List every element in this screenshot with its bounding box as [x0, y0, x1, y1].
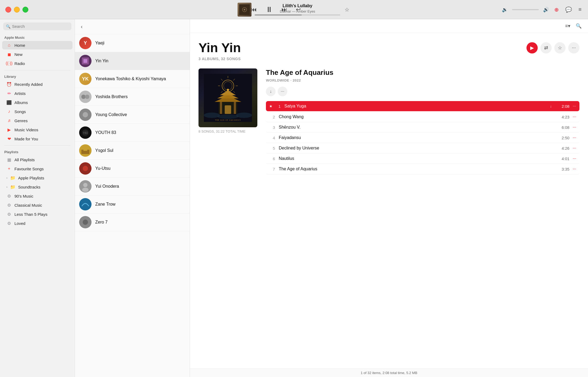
album-section: THE AGE OF AQUARIUS 8 SONGS, 31:22 TOTAL… [198, 68, 579, 174]
soundtracks-folder-icon: 📁 [10, 184, 16, 190]
sidebar-soundtracks-label: Soundtracks [18, 185, 40, 189]
artist-row-yoshida[interactable]: Yoshida Brothers [75, 88, 190, 106]
track-3-more-button[interactable]: ··· [573, 125, 576, 130]
minimize-button[interactable] [14, 7, 20, 13]
sidebar-radio-label: Radio [14, 61, 25, 66]
status-bar: 1 of 32 items, 2:08 total time, 5.2 MB [190, 368, 588, 377]
play-artist-button[interactable]: ▶ [526, 42, 538, 53]
artist-name-ysgol: Ysgol Sul [95, 148, 113, 153]
track-2-num: 2 [269, 115, 279, 119]
more-album-button[interactable]: ··· [278, 87, 287, 96]
artist-row-yui[interactable]: Yui Onodera [75, 178, 190, 195]
search-bar[interactable]: 🔍 [3, 22, 71, 30]
lyrics-button[interactable]: 💬 [564, 5, 573, 14]
sidebar-item-apple-playlists[interactable]: › 📁 Apple Playlists [2, 174, 72, 182]
artist-row-yonekawa[interactable]: YK Yonekawa Toshiko & Kiyoshi Yamaya [75, 70, 190, 88]
sidebar-item-favourite-songs[interactable]: + Favourite Songs [2, 164, 72, 173]
artist-row-young[interactable]: Young Collective [75, 106, 190, 124]
back-button[interactable]: ‹ [79, 23, 84, 30]
queue-button[interactable]: ≡ [577, 5, 583, 14]
sidebar-item-soundtracks[interactable]: › 📁 Soundtracks [2, 183, 72, 191]
sidebar-item-less-than-5[interactable]: ⚙ Less Than 5 Plays [2, 210, 72, 218]
sidebar-made-for-you-label: Made for You [14, 137, 38, 141]
artist-row-zero7[interactable]: Zero 7 [75, 213, 190, 231]
track-4-num: 4 [269, 136, 279, 140]
avatar-yoshida [79, 91, 91, 103]
made-for-you-icon: ❤ [6, 136, 12, 141]
track-row-1[interactable]: ★ 1 Satya Yuga ↓ 2:08 ··· [266, 101, 579, 111]
maximize-button[interactable] [22, 7, 28, 13]
radio-icon: ((·)) [6, 61, 12, 66]
artist-list-scroll[interactable]: Y Yaeji Yin Yin YK Yonekawa Toshiko & Ki… [75, 34, 190, 377]
artist-row-yuutsu[interactable]: Yu-Utsu [75, 160, 190, 178]
download-album-button[interactable]: ↓ [266, 87, 276, 96]
sidebar-item-90s-music[interactable]: ⚙ 90's Music [2, 192, 72, 200]
track-1-duration: 2:08 [556, 104, 570, 109]
svg-text:THE AGE OF AQUARIUS: THE AGE OF AQUARIUS [215, 119, 241, 121]
artist-action-buttons: ▶ ⇄ ☆ ··· [526, 42, 579, 53]
artist-name-zane: Zane Trow [95, 202, 116, 207]
track-6-more-button[interactable]: ··· [573, 156, 576, 161]
track-2-more-button[interactable]: ··· [573, 114, 576, 119]
sidebar-item-all-playlists[interactable]: ▦ All Playlists [2, 155, 72, 164]
artist-row-youth83[interactable]: Y83 YOUTH 83 [75, 124, 190, 142]
track-1-more-button[interactable]: ··· [573, 104, 576, 109]
sidebar-item-songs[interactable]: ♪ Songs [2, 107, 72, 116]
sidebar-item-loved[interactable]: ⚙ Loved [2, 219, 72, 228]
sidebar-item-recently-added[interactable]: ⏰ Recently Added [2, 80, 72, 89]
album-cover[interactable]: THE AGE OF AQUARIUS [198, 68, 257, 127]
playlists-section-label: Playlists [0, 148, 75, 155]
sidebar-item-classical-music[interactable]: ⚙ Classical Music [2, 201, 72, 209]
search-input[interactable] [12, 24, 69, 29]
track-5-duration: 4:26 [556, 146, 570, 151]
track-row-5[interactable]: 5 Declined by Universe 4:26 ··· [266, 143, 579, 153]
airplay-button[interactable]: ⊕ [553, 5, 560, 14]
track-4-more-button[interactable]: ··· [573, 135, 576, 140]
volume-slider[interactable] [512, 9, 539, 10]
sidebar-item-new[interactable]: ◼ New [2, 50, 72, 59]
sidebar-item-artists[interactable]: ✏ Artists [2, 89, 72, 98]
track-row-3[interactable]: 3 Shēnzou V. 6:08 ··· [266, 122, 579, 133]
track-row-4[interactable]: 4 Faiyadansu 2:50 ··· [266, 133, 579, 143]
sidebar-music-videos-label: Music Videos [14, 128, 38, 132]
sidebar-item-radio[interactable]: ((·)) Radio [2, 59, 72, 68]
artist-row-yinyin[interactable]: Yin Yin [75, 52, 190, 70]
search-toggle-button[interactable]: 🔍 [575, 22, 583, 30]
search-icon: 🔍 [6, 24, 10, 29]
now-playing-title: Lilith's Lullaby [282, 3, 312, 8]
apple-playlists-arrow-icon: › [6, 176, 7, 179]
artist-name-yoshida: Yoshida Brothers [95, 94, 128, 99]
track-3-name: Shēnzou V. [279, 125, 556, 130]
track-row-7[interactable]: 7 The Age of Aquarius 3:35 ··· [266, 164, 579, 174]
artist-row-yaeji[interactable]: Y Yaeji [75, 34, 190, 52]
shuffle-artist-button[interactable]: ⇄ [540, 42, 552, 53]
sidebar-item-music-videos[interactable]: ▶ Music Videos [2, 125, 72, 134]
sidebar-item-genres[interactable]: ♬ Genres [2, 116, 72, 125]
star-artist-button[interactable]: ☆ [554, 42, 566, 53]
progress-bar[interactable] [255, 14, 340, 16]
main-toolbar: ≡▾ 🔍 [190, 19, 588, 33]
sidebar-item-made-for-you[interactable]: ❤ Made for You [2, 134, 72, 143]
sidebar-item-home[interactable]: ⌂ Home [2, 41, 72, 49]
sidebar-item-albums[interactable]: ⬛ Albums [2, 98, 72, 107]
svg-rect-41 [234, 102, 236, 114]
divider-2 [4, 145, 70, 146]
sidebar-songs-label: Songs [14, 109, 26, 114]
sidebar-less-than-5-label: Less Than 5 Plays [14, 212, 47, 217]
close-button[interactable] [5, 7, 11, 13]
main-content: ≡▾ 🔍 Yin Yin ▶ ⇄ ☆ ··· 3 ALBUMS, 32 SONG… [190, 19, 588, 377]
favourite-songs-icon: + [6, 166, 12, 171]
track-6-name: Nautilus [279, 156, 556, 161]
track-7-more-button[interactable]: ··· [573, 167, 576, 171]
filter-button[interactable]: ≡▾ [564, 22, 571, 30]
track-row-2[interactable]: 2 Chong Wang 4:23 ··· [266, 112, 579, 122]
favorite-button[interactable]: ☆ [343, 5, 350, 14]
artist-row-zane[interactable]: Zane Trow [75, 195, 190, 213]
artist-row-ysgol[interactable]: Ysgol Sul [75, 142, 190, 160]
svg-point-20 [83, 183, 87, 187]
apple-music-section-label: Apple Music [0, 33, 75, 41]
track-5-more-button[interactable]: ··· [573, 146, 576, 151]
track-row-6[interactable]: 6 Nautilus 4:01 ··· [266, 153, 579, 164]
sidebar-new-label: New [14, 52, 22, 57]
more-artist-button[interactable]: ··· [568, 42, 579, 53]
